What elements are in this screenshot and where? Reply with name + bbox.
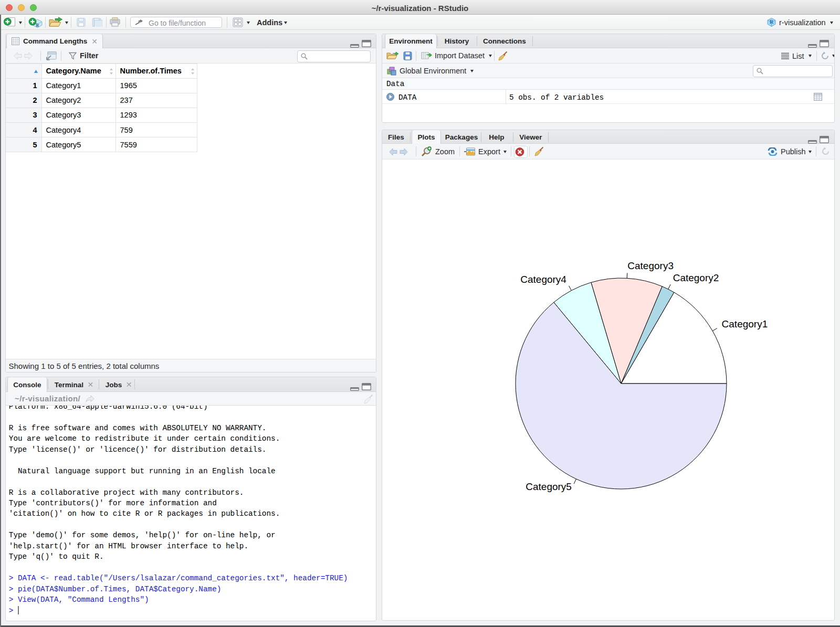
svg-text:Category5: Category5 (526, 481, 572, 492)
svg-text:R: R (770, 19, 774, 25)
svg-text:Category3: Category3 (627, 260, 674, 271)
svg-text:R: R (36, 23, 39, 28)
svg-text:Category1: Category1 (722, 318, 768, 330)
svg-text:Category2: Category2 (673, 272, 719, 283)
svg-text:Category4: Category4 (520, 274, 566, 285)
